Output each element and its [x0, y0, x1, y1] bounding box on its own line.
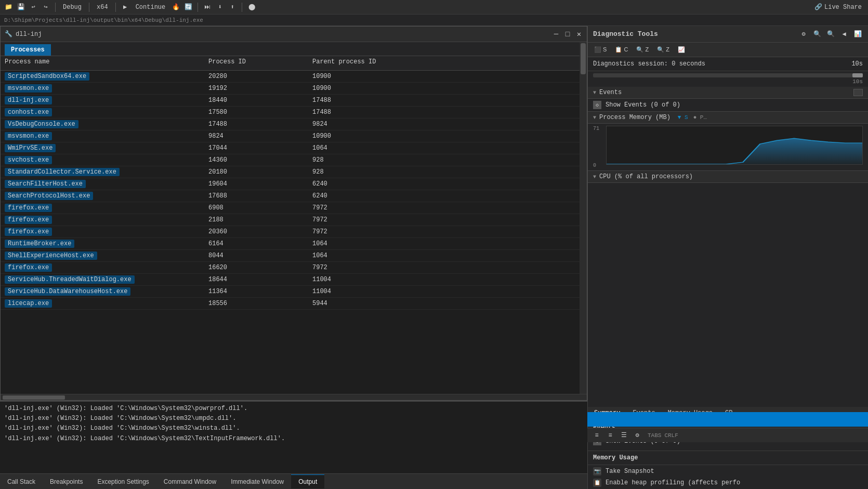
process-pid-cell: 20180: [208, 168, 312, 176]
v-scrollbar-thumb[interactable]: [581, 43, 586, 74]
process-name-cell: StandardCollector.Service.exe: [1, 168, 208, 176]
file-icon[interactable]: 📁: [3, 2, 14, 12]
processes-tab[interactable]: Processes: [5, 44, 51, 56]
toolbar-separator-2: [89, 3, 89, 12]
table-row[interactable]: RuntimeBroker.exe 6164 1064: [1, 238, 587, 250]
process-pid-cell: 2188: [208, 216, 312, 223]
enable-heap-row[interactable]: 📋 Enable heap profiling (affects perfo: [593, 479, 863, 487]
redo-icon[interactable]: ↪: [41, 2, 51, 12]
window-controls: ─ □ ✕: [553, 31, 583, 38]
save-icon[interactable]: 💾: [16, 2, 26, 12]
table-row[interactable]: SearchFilterHost.exe 19604 6240: [1, 178, 587, 190]
bottom-tab-call-stack[interactable]: Call Stack: [0, 475, 43, 488]
column-header-parent-process-id: Parent process ID: [312, 58, 468, 68]
memory-section-header[interactable]: ▼ Process Memory (MB) ▼ S ● P…: [588, 112, 868, 124]
bottom-tab-command-window[interactable]: Command Window: [156, 475, 223, 488]
bottom-tab-exception-settings[interactable]: Exception Settings: [90, 475, 156, 488]
live-share-button[interactable]: 🔗 Live Share: [811, 2, 865, 12]
process-pid-cell: 20360: [208, 228, 312, 235]
diag-chart-icon[interactable]: 📊: [852, 29, 863, 39]
table-row[interactable]: svchost.exe 14360 928: [1, 154, 587, 166]
bottom-tab-breakpoints[interactable]: Breakpoints: [43, 475, 90, 488]
timeline-thumb[interactable]: [852, 73, 863, 77]
table-row[interactable]: conhost.exe 17580 17488: [1, 107, 587, 118]
process-name-badge: dll-inj.exe: [5, 96, 52, 104]
restart-icon[interactable]: 🔄: [183, 2, 193, 12]
step-out-icon[interactable]: ⬆: [227, 2, 238, 12]
outdent-icon[interactable]: ≡: [605, 430, 615, 441]
table-row[interactable]: WmiPrvSE.exe 17044 1064: [1, 142, 587, 154]
take-snapshot-label[interactable]: Take Snapshot: [606, 468, 654, 475]
tabs-label: TABS: [648, 432, 661, 439]
continue-play-icon[interactable]: ▶: [120, 2, 130, 12]
table-row[interactable]: msvsmon.exe 19192 10900: [1, 83, 587, 95]
process-ppid-cell: 9824: [312, 121, 468, 128]
process-name-badge: firefox.exe: [5, 228, 52, 236]
camera-icon: 📷: [593, 467, 601, 475]
step-into-icon[interactable]: ⬇: [215, 2, 225, 12]
table-row[interactable]: msvsmon.exe 9824 10900: [1, 130, 587, 142]
memory-filter-s[interactable]: ▼ S: [678, 114, 688, 121]
diag-zoom-in-icon[interactable]: 🔍: [812, 29, 822, 39]
minimize-button[interactable]: ─: [553, 31, 560, 38]
table-row[interactable]: ShellExperienceHost.exe 8044 1064: [1, 250, 587, 262]
h-scrollbar-thumb[interactable]: [3, 395, 65, 400]
vertical-scrollbar[interactable]: [580, 42, 587, 394]
table-row[interactable]: ServiceHub.DataWarehouseHost.exe 11364 1…: [1, 286, 587, 298]
table-row[interactable]: firefox.exe 6908 7972: [1, 202, 587, 214]
diag-chart-btn[interactable]: 📈: [676, 45, 687, 54]
diag-zoom-btn-1[interactable]: 🔍 Z: [634, 45, 651, 54]
arch-selector[interactable]: x64: [94, 3, 111, 12]
table-row[interactable]: VsDebugConsole.exe 17488 9824: [1, 118, 587, 130]
diag-zoom-out-icon[interactable]: 🔍: [825, 29, 836, 39]
events-toggle[interactable]: [853, 89, 863, 96]
settings2-icon[interactable]: ⚙: [632, 430, 642, 441]
step-over-icon[interactable]: ⏭: [202, 2, 213, 12]
table-row[interactable]: firefox.exe 16620 7972: [1, 262, 587, 274]
diag-toolbar-btn-2[interactable]: 📋 C: [613, 45, 630, 54]
table-row[interactable]: dll-inj.exe 18440 17488: [1, 95, 587, 107]
table-row[interactable]: licecap.exe 18556 5944: [1, 298, 587, 310]
breakpoint-icon[interactable]: ⬤: [246, 2, 257, 12]
stop-icon[interactable]: 🔥: [170, 2, 181, 12]
table-row[interactable]: firefox.exe 20360 7972: [1, 226, 587, 238]
show-events-label[interactable]: Show Events (0 of 0): [606, 101, 680, 109]
debug-mode-button[interactable]: Debug: [60, 3, 85, 12]
undo-icon[interactable]: ↩: [28, 2, 38, 12]
process-name-cell: ServiceHub.DataWarehouseHost.exe: [1, 287, 208, 296]
process-ppid-cell: 11004: [312, 276, 468, 283]
indent-icon[interactable]: ≡: [591, 430, 602, 441]
processes-body[interactable]: ScriptedSandbox64.exe 20280 10900 msvsmo…: [1, 71, 587, 394]
diag-settings-icon[interactable]: ⚙: [798, 29, 809, 39]
output-line: 'dll-inj.exe' (Win32): Loaded 'C:\Window…: [4, 404, 583, 414]
table-row[interactable]: ServiceHub.ThreadedWaitDialog.exe 18644 …: [1, 274, 587, 286]
process-pid-cell: 17688: [208, 192, 312, 200]
main-toolbar: 📁 💾 ↩ ↪ Debug x64 ▶ Continue 🔥 🔄 ⏭ ⬇ ⬆ ⬤…: [0, 0, 868, 15]
take-snapshot-row[interactable]: 📷 Take Snapshot: [593, 467, 863, 475]
maximize-button[interactable]: □: [564, 31, 571, 38]
processes-window: 🔧 dll-inj ─ □ ✕ Processes Process name P…: [0, 26, 587, 401]
process-ppid-cell: 17488: [312, 109, 468, 116]
events-section-header[interactable]: ▼ Events: [588, 87, 868, 99]
diag-collapse-icon[interactable]: ◀: [839, 29, 849, 39]
process-name-badge: ServiceHub.ThreadedWaitDialog.exe: [5, 275, 135, 284]
table-row[interactable]: SearchProtocolHost.exe 17688 6240: [1, 190, 587, 202]
diag-toolbar-btn-1[interactable]: ⬛ S: [592, 45, 609, 54]
table-row[interactable]: StandardCollector.Service.exe 20180 928: [1, 166, 587, 178]
show-events-icon: ◇: [593, 101, 601, 109]
enable-heap-label[interactable]: Enable heap profiling (affects perfo: [606, 479, 740, 486]
close-button[interactable]: ✕: [575, 31, 583, 38]
continue-button[interactable]: Continue: [133, 3, 169, 12]
table-row[interactable]: firefox.exe 2188 7972: [1, 214, 587, 226]
horizontal-scrollbar[interactable]: [1, 394, 587, 400]
cpu-section-header[interactable]: ▼ CPU (% of all processors): [588, 171, 868, 183]
toolbar-separator-4: [198, 3, 198, 12]
bottom-tab-output[interactable]: Output: [291, 474, 324, 488]
diag-zoom-btn-2[interactable]: 🔍 Z: [655, 45, 672, 54]
list-icon[interactable]: ☰: [619, 430, 629, 441]
process-name-cell: msvsmon.exe: [1, 132, 208, 140]
memory-filter-p[interactable]: ● P…: [693, 114, 707, 121]
bottom-tab-immediate-window[interactable]: Immediate Window: [223, 475, 291, 488]
timeline-bar[interactable]: [593, 73, 863, 77]
table-row[interactable]: ScriptedSandbox64.exe 20280 10900: [1, 71, 587, 83]
